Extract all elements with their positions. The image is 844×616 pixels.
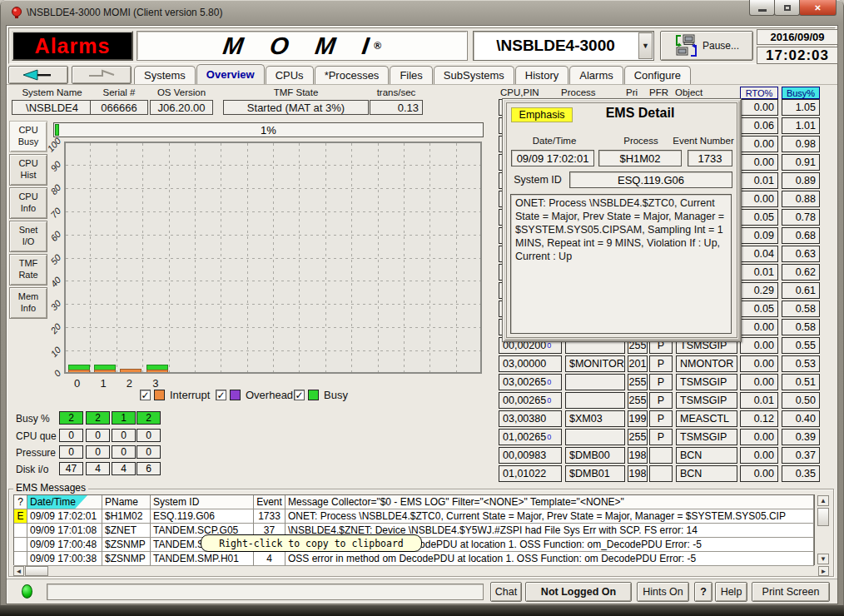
process-cell-busy[interactable]: 0.35	[782, 465, 820, 482]
process-cell-busy[interactable]: 0.62	[782, 264, 820, 281]
process-cell-pfr[interactable]: P	[649, 374, 673, 390]
sidebar-item-cpu-busy[interactable]: CPU Busy	[9, 121, 47, 152]
process-cell-pin[interactable]: 00,00983	[499, 447, 562, 464]
process-cell-busy[interactable]: 1.01	[782, 117, 820, 134]
ems-message-text[interactable]: ONET: Process \NSBLDE4.$ZTC0, Current St…	[510, 194, 732, 334]
process-cell-pri[interactable]: 198	[628, 447, 648, 464]
tab-cpus[interactable]: CPUs	[266, 66, 314, 84]
footer-button-not-logged-on[interactable]: Not Logged On	[525, 582, 632, 602]
process-cell-process[interactable]: $XM03	[565, 410, 625, 427]
process-cell-process[interactable]	[565, 392, 625, 409]
process-cell-process[interactable]: $MONITOR	[565, 355, 625, 372]
process-cell-busy[interactable]: 0.98	[782, 136, 820, 152]
process-cell-pfr[interactable]	[649, 465, 673, 482]
process-cell-rto[interactable]: 0.00	[740, 447, 778, 464]
ems-row-3-datetime[interactable]: 09/09 17:00:38	[27, 552, 102, 566]
process-cell-rto[interactable]: 0.00	[740, 99, 778, 116]
process-cell-pfr[interactable]: P	[649, 392, 673, 409]
ems-row-2-flag[interactable]	[14, 538, 27, 552]
chevron-down-icon[interactable]: ▼	[638, 32, 653, 59]
back-button[interactable]	[8, 66, 68, 84]
process-cell-pri[interactable]: 255	[628, 429, 648, 445]
process-cell-pin[interactable]: 03,00380	[499, 410, 562, 427]
process-cell-busy[interactable]: 1.05	[782, 99, 820, 116]
ems-row-3-system_id[interactable]: TANDEM.SMP.H01	[151, 552, 254, 566]
horizontal-scroll-thumb[interactable]	[25, 566, 48, 576]
tab-alarms[interactable]: Alarms	[569, 66, 623, 84]
pause-button[interactable]: Pause...	[660, 31, 753, 61]
footer-button-item[interactable]: ?	[694, 582, 712, 602]
checkbox-busy[interactable]: ✓	[294, 390, 305, 400]
process-cell-rto[interactable]: 0.00	[740, 136, 778, 152]
process-cell-rto[interactable]: 0.06	[740, 117, 778, 134]
process-cell-object[interactable]: TSMSGIP	[676, 392, 737, 409]
tab-configure[interactable]: Configure	[624, 66, 691, 84]
process-cell-pin[interactable]: 01,01022	[499, 465, 562, 482]
footer-button-chat[interactable]: Chat	[490, 582, 522, 602]
emphasis-button[interactable]: Emphasis	[511, 107, 573, 122]
process-cell-busy[interactable]: 0.58	[782, 301, 820, 317]
footer-button-hints-on[interactable]: Hints On	[637, 582, 689, 602]
process-cell-rto[interactable]: 0.00	[740, 465, 778, 482]
process-cell-process[interactable]	[565, 429, 625, 445]
busy-column-header[interactable]: Busy%	[782, 87, 820, 99]
process-cell-rto[interactable]: 0.09	[740, 227, 778, 244]
tab-files[interactable]: Files	[390, 66, 432, 84]
process-cell-pfr[interactable]: P	[649, 429, 673, 445]
process-cell-busy[interactable]: 0.55	[782, 337, 820, 354]
vertical-scroll-thumb[interactable]	[817, 508, 829, 526]
process-cell-object[interactable]: TSMSGIP	[676, 429, 737, 445]
process-cell-rto[interactable]: 0.01	[740, 392, 778, 409]
scroll-right-arrow-icon[interactable]: ►	[818, 566, 829, 576]
process-cell-rto[interactable]: 0.05	[740, 209, 778, 226]
close-button[interactable]: ✕	[799, 0, 837, 16]
ems-row-3-event[interactable]: 4	[254, 552, 285, 566]
scroll-up-arrow-icon[interactable]: ▲	[817, 495, 829, 506]
process-cell-process[interactable]	[565, 374, 625, 390]
process-cell-rto[interactable]: 0.04	[740, 246, 778, 262]
minimize-button[interactable]	[749, 0, 775, 16]
ems-row-0-event[interactable]: 1733	[254, 509, 285, 524]
process-cell-pin[interactable]: 03,00000	[499, 355, 562, 372]
ems-row-0-system_id[interactable]: ESQ.119.G06	[151, 509, 254, 524]
tab-history[interactable]: History	[515, 66, 568, 84]
process-cell-pfr[interactable]	[649, 447, 673, 464]
process-cell-object[interactable]: BCN	[676, 465, 737, 482]
footer-button-print-screen[interactable]: Print Screen	[752, 582, 830, 602]
process-cell-busy[interactable]: 0.68	[782, 227, 820, 244]
ems-row-3-message[interactable]: OSS error in method om DecodePDU at loca…	[285, 552, 814, 566]
system-selector[interactable]: \NSBLDE4-3000 ▼	[473, 31, 654, 61]
scroll-down-arrow-icon[interactable]: ▼	[817, 554, 829, 564]
forward-button[interactable]	[72, 66, 132, 84]
process-cell-busy[interactable]: 0.63	[782, 246, 820, 262]
process-cell-busy[interactable]: 0.53	[782, 355, 820, 372]
process-cell-object[interactable]: MEASCTL	[676, 410, 737, 427]
rto-column-header[interactable]: RTO%	[740, 87, 778, 99]
process-cell-pin[interactable]: 00,002650	[499, 392, 562, 409]
process-cell-pfr[interactable]: P	[649, 410, 673, 427]
process-cell-pri[interactable]: 201	[628, 355, 648, 372]
ems-row-1-datetime[interactable]: 09/09 17:01:08	[27, 524, 102, 538]
process-cell-pri[interactable]: 255	[628, 392, 648, 409]
ems-row-3-flag[interactable]	[14, 552, 27, 566]
footer-button-help[interactable]: Help	[715, 582, 747, 602]
tab-processes[interactable]: *Processes	[315, 66, 390, 84]
process-cell-object[interactable]: TSMSGIP	[676, 374, 737, 390]
ems-row-0-pname[interactable]: $H1M02	[102, 509, 151, 524]
restore-button[interactable]	[774, 0, 800, 16]
process-cell-busy[interactable]: 0.39	[782, 429, 820, 445]
alarms-button[interactable]: Alarms	[12, 31, 133, 61]
process-cell-pin[interactable]: 01,002650	[499, 429, 562, 445]
ems-row-1-pname[interactable]: $ZNET	[102, 524, 151, 538]
checkbox-overhead[interactable]: ✓	[216, 390, 226, 400]
process-cell-process[interactable]: $DMB00	[565, 447, 625, 464]
ems-row-0-message[interactable]: ONET: Process \NSBLDE4.$ZTC0, Current St…	[285, 509, 814, 524]
scroll-left-arrow-icon[interactable]: ◄	[13, 566, 24, 576]
process-cell-rto[interactable]: 0.00	[740, 154, 778, 171]
process-cell-rto[interactable]: 0.00	[740, 319, 778, 335]
process-cell-object[interactable]: NMONTOR	[676, 355, 737, 372]
process-cell-rto[interactable]: 0.12	[740, 410, 778, 427]
process-cell-busy[interactable]: 0.40	[782, 410, 820, 427]
process-cell-process[interactable]: $DMB01	[565, 465, 625, 482]
ems-row-2-datetime[interactable]: 09/09 17:00:48	[27, 538, 102, 552]
